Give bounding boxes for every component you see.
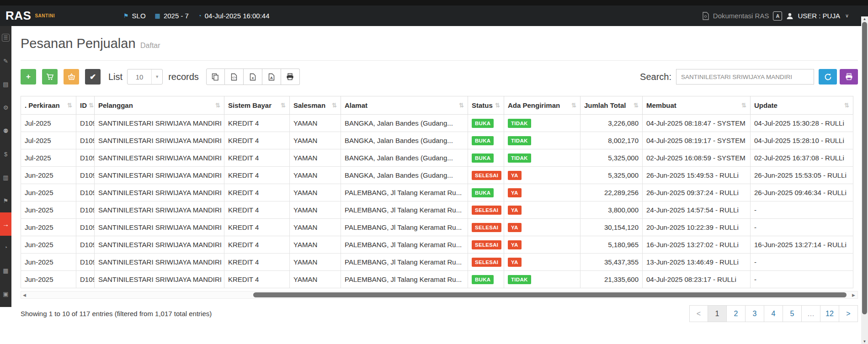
column-header[interactable]: Status⇅	[468, 96, 504, 115]
cell-periode: Jun-2025	[21, 236, 76, 254]
column-header[interactable]: Membuat⇅	[643, 96, 751, 115]
basket-button[interactable]	[64, 69, 79, 85]
scroll-left-icon[interactable]: ◀	[23, 292, 26, 298]
delivery-badge: YA	[508, 206, 522, 215]
table-row[interactable]: Jul-2025D109SANTINILESTARI SRIWIJAYA MAN…	[21, 132, 853, 149]
period-label: 2025 - 7	[164, 12, 189, 20]
table-row[interactable]: Jun-2025D109SANTINILESTARI SRIWIJAYA MAN…	[21, 219, 853, 236]
print-list-button[interactable]	[840, 69, 858, 85]
column-header-label: ID	[80, 101, 87, 109]
delivery-badge: YA	[508, 188, 522, 197]
copy-button[interactable]	[206, 69, 225, 85]
sort-icon[interactable]: ⇅	[571, 102, 576, 109]
scroll-up-icon[interactable]: ▲	[861, 17, 868, 21]
svg-text:A: A	[270, 75, 273, 79]
sort-icon[interactable]: ⇅	[741, 102, 746, 109]
sort-icon[interactable]: ⇅	[459, 102, 464, 109]
vertical-scrollbar[interactable]: ▲ ▼	[861, 16, 868, 344]
table-row[interactable]: Jul-2025D109SANTINILESTARI SRIWIJAYA MAN…	[21, 115, 853, 132]
scroll-down-icon[interactable]: ▼	[861, 339, 868, 344]
sidebar: ☰✎▤⚙⚉$▥⚑→◔▦▣	[0, 26, 11, 307]
sort-icon[interactable]: ⇅	[332, 102, 337, 109]
sort-icon[interactable]: ⇅	[215, 102, 220, 109]
horizontal-scroll-thumb[interactable]	[253, 292, 847, 297]
print-button[interactable]	[281, 69, 300, 85]
sidebar-item-gear[interactable]: ⚙	[0, 96, 11, 119]
column-header[interactable]: Salesman⇅	[290, 96, 341, 115]
column-header-label: Pelanggan	[98, 101, 133, 109]
csv-button[interactable]: </>	[225, 69, 244, 85]
page-button-5[interactable]: 5	[783, 305, 802, 322]
column-header[interactable]: Pelanggan⇅	[95, 96, 224, 115]
sort-icon[interactable]: ⇅	[495, 102, 500, 109]
sort-icon[interactable]: ⇅	[281, 102, 286, 109]
language-icon[interactable]: A	[773, 11, 782, 21]
scroll-right-icon[interactable]: ▶	[852, 292, 855, 298]
sidebar-item-pencil[interactable]: ✎	[0, 49, 11, 73]
table-row[interactable]: Jun-2025D109SANTINILESTARI SRIWIJAYA MAN…	[21, 184, 853, 201]
column-header[interactable]: Jumlah Total⇅	[580, 96, 643, 115]
page-button-12[interactable]: 12	[820, 305, 839, 322]
sidebar-item-chart[interactable]: ▥	[0, 166, 11, 189]
column-header[interactable]: ID⇅	[76, 96, 95, 115]
refresh-button[interactable]	[819, 69, 837, 85]
page-button-4[interactable]: 4	[764, 305, 783, 322]
search-input[interactable]	[676, 69, 814, 85]
pdf-button[interactable]: A	[262, 69, 281, 85]
sidebar-item-book[interactable]: ▣	[0, 282, 11, 306]
column-header[interactable]: Ada Pengiriman⇅	[504, 96, 580, 115]
column-header[interactable]: Sistem Bayar⇅	[224, 96, 290, 115]
excel-button[interactable]: x	[244, 69, 262, 85]
page-button-2[interactable]: 2	[727, 305, 746, 322]
table-row[interactable]: Jul-2025D109SANTINILESTARI SRIWIJAYA MAN…	[21, 149, 853, 167]
page-size-select[interactable]: 10 ▼	[127, 69, 163, 85]
check-button[interactable]: ✔	[85, 69, 101, 85]
sidebar-item-flag[interactable]: ⚑	[0, 189, 11, 212]
prev-page-button[interactable]: <	[689, 305, 708, 322]
column-header[interactable]: Alamat⇅	[341, 96, 468, 115]
sidebar-item-table[interactable]: ▦	[0, 259, 11, 282]
page-button-1[interactable]: 1	[708, 305, 727, 322]
cell-pelanggan: SANTINILESTARI SRIWIJAYA MANDIRI	[95, 271, 224, 288]
sort-icon[interactable]: ⇅	[844, 102, 849, 109]
table-row[interactable]: Jun-2025D109SANTINILESTARI SRIWIJAYA MAN…	[21, 271, 853, 288]
column-header[interactable]: Update⇅	[751, 96, 853, 115]
pagination-ellipsis[interactable]: …	[802, 305, 820, 322]
user-menu[interactable]: USER : PUJA	[798, 12, 840, 20]
sort-icon[interactable]: ⇅	[634, 102, 639, 109]
sidebar-item-arrow-right[interactable]: →	[0, 212, 11, 236]
page-button-3[interactable]: 3	[746, 305, 764, 322]
cart-button[interactable]	[42, 69, 58, 85]
chevron-down-icon[interactable]: ∨	[845, 13, 849, 19]
cell-sistem: KREDIT 4	[224, 132, 290, 149]
horizontal-scrollbar[interactable]: ◀ ▶	[21, 291, 858, 299]
column-header-label: Status	[472, 101, 493, 109]
sidebar-item-menu-toggle[interactable]: ☰	[0, 26, 11, 49]
sidebar-item-clock[interactable]: ◔	[0, 236, 11, 259]
flag-icon: ⚑	[3, 197, 9, 204]
vertical-scroll-thumb[interactable]	[862, 22, 867, 314]
cell-status: BUKA	[468, 149, 504, 167]
add-button[interactable]: +	[21, 69, 36, 85]
sidebar-item-file[interactable]: ▤	[0, 73, 11, 96]
table-row[interactable]: Jun-2025D109SANTINILESTARI SRIWIJAYA MAN…	[21, 201, 853, 219]
cell-sistem: KREDIT 4	[224, 271, 290, 288]
table-row[interactable]: Jun-2025D109SANTINILESTARI SRIWIJAYA MAN…	[21, 167, 853, 184]
status-badge: SELESAI	[472, 223, 501, 232]
sort-icon[interactable]: ⇅	[67, 102, 72, 109]
page-subtitle: Daftar	[140, 42, 160, 49]
next-page-button[interactable]: >	[839, 305, 858, 322]
sidebar-item-money[interactable]: $	[0, 143, 11, 166]
cell-id: D109	[76, 254, 95, 271]
table-footer: Showing 1 to 10 of 117 entries (filtered…	[21, 305, 858, 322]
table-row[interactable]: Jun-2025D109SANTINILESTARI SRIWIJAYA MAN…	[21, 254, 853, 271]
sort-icon[interactable]: ⇅	[89, 102, 94, 109]
cell-membuat: 26-Jun-2025 09:37:24 - RULLi	[643, 184, 751, 201]
sidebar-item-users[interactable]: ⚉	[0, 119, 11, 143]
column-header[interactable]: . Perkiraan⇅	[21, 96, 76, 115]
table-row[interactable]: Jun-2025D109SANTINILESTARI SRIWIJAYA MAN…	[21, 236, 853, 254]
table-header-row: . Perkiraan⇅ID⇅Pelanggan⇅Sistem Bayar⇅Sa…	[21, 96, 853, 115]
delivery-badge: TIDAK	[508, 153, 531, 163]
docs-link[interactable]: Dokumentasi RAS	[713, 12, 769, 20]
cell-kirim: TIDAK	[504, 271, 580, 288]
